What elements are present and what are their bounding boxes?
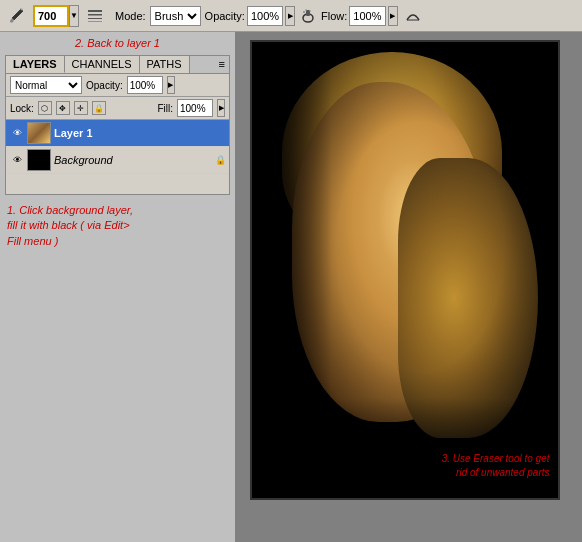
brush-options-button[interactable] — [83, 4, 107, 28]
opacity-row-input[interactable] — [127, 76, 163, 94]
mode-label: Mode: — [115, 10, 146, 22]
background-name: Background — [54, 154, 212, 166]
layer1-name: Layer 1 — [54, 127, 225, 139]
layer1-visibility-toggle[interactable]: 👁 — [10, 126, 24, 140]
lock-row: Lock: ⬡ ✥ ✛ 🔒 Fill: ▶ — [6, 97, 229, 120]
fill-arrow[interactable]: ▶ — [217, 99, 225, 117]
left-panel: 2. Back to layer 1 LAYERS CHANNELS PATHS… — [0, 32, 235, 542]
tab-paths[interactable]: PATHS — [140, 56, 190, 73]
brush-size-input[interactable]: 700 — [33, 5, 69, 27]
opacity-label: Opacity: — [205, 10, 245, 22]
brush-tool-button[interactable] — [5, 4, 29, 28]
blend-mode-select[interactable]: Normal — [10, 76, 82, 94]
opacity-control: Opacity: 100% ▶ — [205, 6, 296, 26]
portrait-canvas: 3. Use Eraser tool to get rid of unwante… — [252, 42, 558, 498]
lock-move-button[interactable]: ✥ — [56, 101, 70, 115]
brush-icon — [8, 7, 26, 25]
toolbar: 700 ▼ Mode: Brush Opacity: 100% ▶ — [0, 0, 582, 32]
svg-rect-1 — [88, 10, 102, 12]
canvas-area: 3. Use Eraser tool to get rid of unwante… — [235, 32, 582, 542]
lock-position-button[interactable]: ✛ — [74, 101, 88, 115]
brush-options-icon — [86, 7, 104, 25]
lock-all-button[interactable]: 🔒 — [92, 101, 106, 115]
svg-point-7 — [303, 11, 305, 13]
airbrush-icon — [300, 8, 316, 24]
layers-tabs: LAYERS CHANNELS PATHS ≡ — [6, 56, 229, 74]
background-thumbnail — [27, 149, 51, 171]
annotation-eraser-tool: 3. Use Eraser tool to get rid of unwante… — [442, 452, 550, 480]
flow-label: Flow: — [321, 10, 347, 22]
pen-pressure-button[interactable] — [402, 5, 424, 27]
pen-pressure-icon — [405, 8, 421, 24]
mode-select[interactable]: Brush — [150, 6, 201, 26]
svg-rect-4 — [88, 21, 102, 22]
lock-label: Lock: — [10, 103, 34, 114]
brush-size-control: 700 ▼ — [33, 5, 79, 27]
opacity-arrow[interactable]: ▶ — [285, 6, 295, 26]
svg-point-8 — [305, 9, 307, 11]
tab-channels[interactable]: CHANNELS — [65, 56, 140, 73]
annotation-click-background: 1. Click background layer, fill it with … — [5, 203, 230, 249]
background-visibility-toggle[interactable]: 👁 — [10, 153, 24, 167]
svg-rect-2 — [88, 14, 102, 16]
opacity-input[interactable]: 100% — [247, 6, 283, 26]
layer-row-background[interactable]: 👁 Background 🔒 — [6, 147, 229, 174]
fill-input[interactable] — [177, 99, 213, 117]
layer-row-layer1[interactable]: 👁 Layer 1 — [6, 120, 229, 147]
opacity-row-label: Opacity: — [86, 80, 123, 91]
flow-control: Flow: 100% ▶ — [321, 6, 397, 26]
opacity-row-arrow[interactable]: ▶ — [167, 76, 175, 94]
flow-arrow[interactable]: ▶ — [388, 6, 398, 26]
portrait-vignette — [252, 42, 558, 498]
layer-list: 👁 Layer 1 👁 Background 🔒 — [6, 120, 229, 194]
fill-label: Fill: — [157, 103, 173, 114]
canvas-container[interactable]: 3. Use Eraser tool to get rid of unwante… — [250, 40, 560, 500]
tab-layers[interactable]: LAYERS — [6, 56, 65, 73]
airbrush-button[interactable] — [299, 7, 317, 25]
layer1-thumbnail — [27, 122, 51, 144]
panel-options-button[interactable]: ≡ — [215, 56, 229, 73]
svg-rect-3 — [88, 18, 102, 19]
blend-opacity-row: Normal Opacity: ▶ — [6, 74, 229, 97]
brush-size-arrow[interactable]: ▼ — [69, 5, 79, 27]
svg-point-9 — [309, 10, 311, 12]
flow-input[interactable]: 100% — [349, 6, 385, 26]
background-lock-icon: 🔒 — [215, 155, 225, 165]
annotation-back-to-layer: 2. Back to layer 1 — [5, 37, 230, 49]
layers-panel: LAYERS CHANNELS PATHS ≡ Normal Opacity: … — [5, 55, 230, 195]
layer-list-padding — [6, 174, 229, 194]
lock-checkerboard-button[interactable]: ⬡ — [38, 101, 52, 115]
main-content: 2. Back to layer 1 LAYERS CHANNELS PATHS… — [0, 32, 582, 542]
